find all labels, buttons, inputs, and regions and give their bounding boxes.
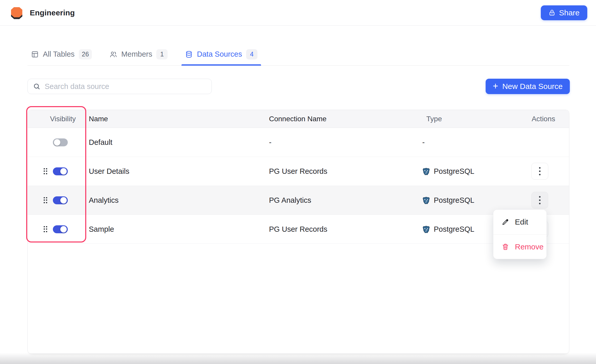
postgresql-icon [422, 225, 430, 233]
table-icon [31, 50, 39, 58]
source-type: PostgreSQL [434, 225, 474, 234]
search-icon [33, 83, 41, 90]
source-type: PostgreSQL [434, 196, 474, 205]
tab-data-sources[interactable]: Data Sources 4 [181, 43, 261, 65]
row-actions-button-open[interactable] [531, 192, 548, 209]
menu-item-label: Remove [515, 242, 544, 251]
tab-label: Data Sources [197, 50, 242, 58]
connection-name: - [266, 138, 419, 147]
data-sources-table: Visibility Name Connection Name Type Act… [27, 110, 569, 354]
column-header-visibility: Visibility [28, 115, 86, 123]
tab-count-badge: 4 [246, 49, 257, 59]
source-name: User Details [86, 167, 266, 176]
tab-count-badge: 26 [79, 49, 92, 59]
tab-label: Members [121, 50, 152, 58]
table-row: Default - - [28, 128, 569, 157]
postgresql-icon [422, 196, 430, 204]
column-header-actions: Actions [521, 115, 569, 123]
tab-bar: All Tables 26 Members 1 Da [27, 43, 569, 66]
workspace-name: Engineering [30, 8, 75, 17]
search-box [27, 79, 212, 94]
search-input[interactable] [45, 82, 206, 91]
kebab-icon [539, 167, 541, 175]
lock-icon [549, 9, 555, 16]
kebab-icon [539, 196, 541, 204]
source-name: Default [86, 138, 266, 147]
new-data-source-label: New Data Source [502, 82, 563, 91]
menu-item-edit[interactable]: Edit [493, 210, 546, 234]
visibility-toggle[interactable] [53, 225, 68, 233]
share-button[interactable]: Share [541, 5, 587, 20]
database-icon [185, 50, 193, 58]
top-bar: Engineering Share [0, 0, 596, 26]
table-row: Analytics PG Analytics PostgreSQL [28, 186, 569, 215]
table-row: User Details PG User Records PostgreSQL [28, 157, 569, 186]
visibility-toggle[interactable] [53, 138, 68, 146]
drag-handle-icon[interactable] [43, 168, 48, 175]
share-button-label: Share [559, 8, 580, 17]
source-type: - [419, 138, 521, 147]
connection-name: PG Analytics [266, 196, 419, 205]
visibility-toggle[interactable] [53, 196, 68, 204]
tab-members[interactable]: Members 1 [106, 43, 171, 65]
connection-name: PG User Records [266, 225, 419, 234]
members-icon [109, 50, 117, 58]
table-header-row: Visibility Name Connection Name Type Act… [28, 110, 569, 128]
tab-all-tables[interactable]: All Tables 26 [27, 43, 95, 65]
app-window: Engineering Share All Tables 26 [0, 0, 596, 364]
tab-count-badge: 1 [156, 49, 168, 59]
plus-icon: + [493, 82, 498, 91]
workspace-logo-icon [10, 6, 23, 19]
trash-icon [502, 243, 509, 251]
column-header-type: Type [419, 115, 521, 123]
drag-handle-icon[interactable] [43, 197, 48, 204]
connection-name: PG User Records [266, 167, 419, 176]
pencil-icon [502, 218, 509, 226]
menu-item-label: Edit [515, 218, 528, 226]
column-header-connection-name: Connection Name [266, 115, 419, 123]
visibility-toggle[interactable] [53, 167, 68, 175]
table-row: Sample PG User Records PostgreSQL [28, 215, 569, 244]
drag-handle-icon[interactable] [43, 226, 48, 233]
new-data-source-button[interactable]: + New Data Source [486, 79, 570, 94]
tab-label: All Tables [43, 50, 75, 58]
source-name: Analytics [86, 196, 266, 205]
row-actions-menu: Edit Remove [493, 209, 547, 259]
page-bottom-fade [0, 353, 596, 364]
column-header-name: Name [86, 115, 266, 123]
row-actions-button[interactable] [531, 163, 548, 180]
source-type: PostgreSQL [434, 167, 474, 176]
postgresql-icon [422, 167, 430, 175]
menu-item-remove[interactable]: Remove [493, 234, 546, 259]
source-name: Sample [86, 225, 266, 234]
